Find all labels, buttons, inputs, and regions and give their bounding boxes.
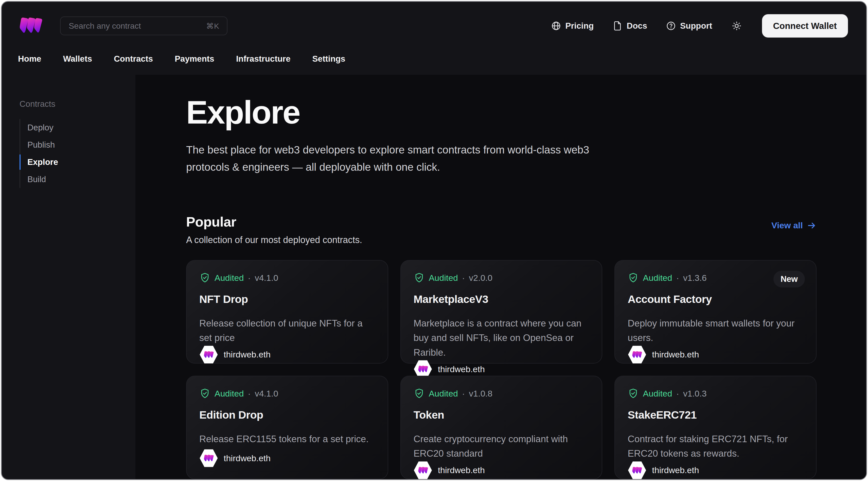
arrow-right-icon (807, 221, 816, 230)
thirdweb-mini-logo-icon (204, 351, 214, 359)
popular-section-header: Popular A collection of our most deploye… (186, 214, 816, 245)
sidebar-item[interactable]: Deploy (20, 119, 135, 136)
meta-separator: · (248, 389, 251, 398)
version-label: v1.0.3 (683, 389, 707, 398)
meta-separator: · (462, 273, 465, 283)
thirdweb-mini-logo-icon (632, 351, 642, 359)
search-input[interactable] (68, 21, 206, 31)
contract-card[interactable]: Audited · v1.0.8 Token Create cryptocurr… (400, 376, 602, 479)
topbar-right: Pricing Docs Support (551, 14, 848, 37)
main-panel: Explore The best place for web3 develope… (135, 75, 866, 479)
shield-check-icon (628, 272, 639, 283)
sidebar: Contracts Deploy Publish Explore (2, 75, 135, 479)
contract-card[interactable]: Audited · v4.1.0 NFT Drop Release collec… (186, 260, 388, 364)
sidebar-item[interactable]: Publish (20, 136, 135, 153)
meta-separator: · (676, 273, 679, 283)
contract-card-grid: Audited · v4.1.0 NFT Drop Release collec… (186, 260, 816, 479)
thirdweb-mini-logo-icon (632, 466, 642, 474)
publisher-avatar (199, 345, 218, 364)
version-label: v4.1.0 (255, 273, 278, 283)
audited-label: Audited (215, 389, 244, 398)
primary-nav: Home Wallets Contracts Payments Infrastr… (2, 50, 866, 75)
contract-title: Account Factory (628, 293, 803, 305)
publisher-name: thirdweb.eth (652, 350, 699, 359)
contract-title: Edition Drop (199, 409, 375, 421)
sidebar-item[interactable]: Explore (20, 153, 135, 171)
popular-subtitle: A collection of our most deployed contra… (186, 235, 362, 245)
contract-description: Contract for staking ERC721 NFTs, for ER… (628, 432, 803, 461)
sidebar-item-label: Build (27, 175, 46, 184)
nav-tab[interactable]: Contracts (114, 50, 153, 63)
view-all-link[interactable]: View all (771, 220, 816, 230)
doc-icon (612, 21, 623, 31)
pricing-label: Pricing (565, 21, 594, 31)
contract-card[interactable]: Audited · v2.0.0 MarketplaceV3 Marketpla… (400, 260, 602, 364)
contract-description: Release ERC1155 tokens for a set price. (199, 432, 375, 446)
search-box[interactable]: ⌘K (60, 17, 227, 35)
support-label: Support (680, 21, 712, 31)
card-badge-row: Audited · v4.1.0 (199, 272, 375, 283)
card-badge-row: Audited · v1.0.3 (628, 388, 803, 399)
card-badge-row: Audited · v4.1.0 (199, 388, 375, 399)
thirdweb-mini-logo-icon (418, 466, 428, 474)
publisher-name: thirdweb.eth (438, 465, 485, 475)
contract-description: Release collection of unique NFTs for a … (199, 316, 375, 345)
contract-card[interactable]: Audited · v1.3.6 New Account Factory Dep… (614, 260, 816, 364)
audited-label: Audited (429, 389, 458, 398)
audited-label: Audited (643, 389, 672, 398)
page-title: Explore (186, 96, 816, 129)
search-shortcut: ⌘K (206, 22, 219, 30)
support-link[interactable]: Support (666, 21, 712, 31)
theme-toggle-button[interactable] (731, 20, 742, 31)
contract-description: Deploy immutable smart wallets for your … (628, 316, 803, 345)
contract-title: MarketplaceV3 (413, 293, 589, 305)
meta-separator: · (462, 389, 465, 398)
shield-check-icon (628, 388, 639, 399)
docs-link[interactable]: Docs (612, 21, 647, 31)
connect-wallet-button[interactable]: Connect Wallet (762, 14, 848, 37)
publisher-avatar (413, 461, 432, 479)
sidebar-item-label: Explore (27, 157, 58, 167)
app-window: ⌘K Pricing Docs (1, 1, 867, 480)
sidebar-item[interactable]: Build (20, 171, 135, 188)
nav-tab[interactable]: Settings (312, 50, 345, 63)
card-footer: thirdweb.eth (413, 461, 589, 479)
publisher-name: thirdweb.eth (224, 453, 271, 463)
contract-description: Create cryptocurrency compliant with ERC… (413, 432, 589, 461)
card-footer: thirdweb.eth (199, 449, 375, 468)
publisher-avatar (199, 449, 218, 468)
thirdweb-mini-logo-icon (418, 365, 428, 373)
nav-tab[interactable]: Wallets (63, 50, 92, 63)
sidebar-item-label: Publish (27, 140, 55, 149)
help-icon (666, 21, 676, 31)
page-subtitle: The best place for web3 developers to ex… (186, 141, 612, 176)
card-badge-row: Audited · v1.0.8 (413, 388, 589, 399)
card-footer: thirdweb.eth (628, 345, 803, 364)
nav-tab[interactable]: Infrastructure (236, 50, 290, 63)
popular-title: Popular (186, 214, 362, 230)
sidebar-nav-list: Deploy Publish Explore Build (20, 119, 135, 188)
publisher-avatar (628, 461, 646, 479)
contract-card[interactable]: Audited · v1.0.3 StakeERC721 Contract fo… (614, 376, 816, 479)
meta-separator: · (248, 273, 251, 283)
view-all-label: View all (771, 220, 803, 230)
version-label: v2.0.0 (469, 273, 492, 283)
contract-card[interactable]: Audited · v4.1.0 Edition Drop Release ER… (186, 376, 388, 479)
nav-tab[interactable]: Payments (175, 50, 214, 63)
publisher-name: thirdweb.eth (652, 465, 699, 475)
shield-check-icon (413, 272, 425, 283)
publisher-name: thirdweb.eth (438, 364, 485, 374)
publisher-name: thirdweb.eth (224, 350, 271, 359)
nav-tab[interactable]: Home (18, 50, 41, 63)
shield-check-icon (199, 272, 211, 283)
contract-description: Marketplace is a contract where you can … (413, 316, 589, 360)
version-label: v4.1.0 (255, 389, 278, 398)
shield-check-icon (199, 388, 211, 399)
contract-title: StakeERC721 (628, 409, 803, 421)
screen: ⌘K Pricing Docs (0, 0, 868, 481)
meta-separator: · (676, 389, 679, 398)
version-label: v1.0.8 (469, 389, 492, 398)
pricing-link[interactable]: Pricing (551, 21, 594, 31)
publisher-avatar (628, 345, 646, 364)
thirdweb-logo-icon[interactable] (18, 16, 43, 36)
